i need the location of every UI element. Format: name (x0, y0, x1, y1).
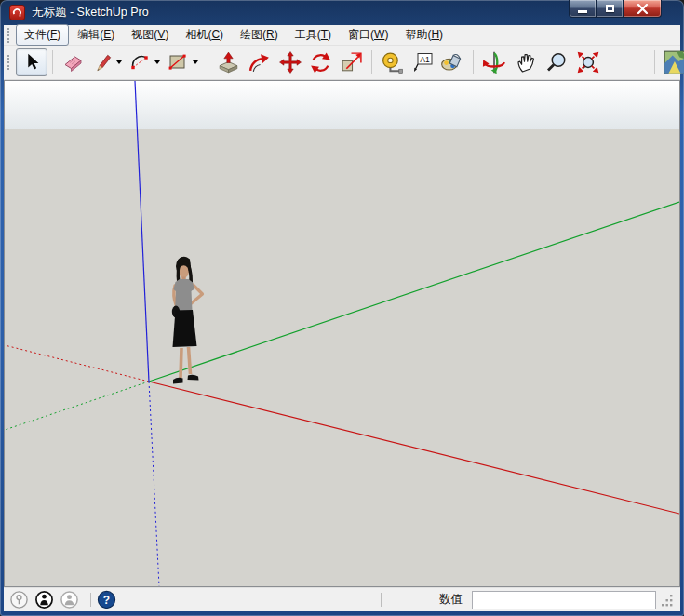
menu-item-help[interactable]: 帮助(H) (396, 24, 451, 46)
orbit-icon (481, 49, 507, 75)
push-pull-icon (216, 50, 241, 75)
close-icon (637, 4, 649, 14)
follow-me-icon (247, 50, 272, 75)
zoom-extents-tool-button[interactable] (571, 48, 605, 76)
paint-bucket-icon (439, 49, 465, 75)
measurements-area: 数值 (381, 591, 675, 609)
push-pull-tool-button[interactable] (213, 48, 244, 76)
maximize-icon (606, 5, 614, 12)
rotate-tool-button[interactable] (305, 48, 336, 76)
viewport-3d[interactable] (4, 80, 680, 587)
text-icon: A1 (410, 50, 435, 74)
pan-tool-button[interactable] (510, 48, 541, 76)
follow-me-tool-button[interactable] (244, 48, 275, 76)
arc-dropdown[interactable] (154, 60, 160, 64)
close-button[interactable] (624, 0, 662, 18)
measurements-input[interactable] (472, 591, 656, 609)
orbit-tool-button[interactable] (478, 48, 510, 76)
eraser-tool-button[interactable] (58, 48, 89, 76)
menu-item-draw[interactable]: 绘图(R) (232, 24, 287, 46)
window-title: 无标题 - SketchUp Pro (32, 5, 149, 20)
status-bar: ? 数值 (4, 587, 680, 611)
menu-item-window[interactable]: 窗口(W) (340, 24, 396, 46)
tape-measure-tool-button[interactable] (377, 48, 408, 76)
zoom-tool-button[interactable] (541, 48, 571, 76)
rectangle-dropdown[interactable] (193, 60, 198, 64)
zoom-extents-icon (575, 49, 601, 75)
pan-hand-icon (514, 50, 538, 74)
client-area: 文件(F) 编辑(E) 视图(V) 相机(C) 绘图(R) 工具(T) 窗口(W… (4, 25, 680, 611)
measurements-label: 数值 (439, 592, 463, 608)
menu-item-camera[interactable]: 相机(C) (177, 24, 232, 46)
arc-icon (127, 50, 152, 74)
scale-tool-button[interactable] (336, 48, 367, 76)
paint-bucket-tool-button[interactable] (436, 48, 468, 76)
select-tool-button[interactable] (16, 48, 47, 76)
text-tool-button[interactable]: A1 (408, 48, 436, 76)
title-bar[interactable]: 无标题 - SketchUp Pro (0, 0, 684, 25)
sketchup-logo-icon (9, 5, 25, 20)
menu-item-view[interactable]: 视图(V) (123, 24, 177, 46)
svg-text:A1: A1 (420, 55, 430, 64)
rectangle-icon (166, 50, 190, 74)
line-tool-button[interactable] (89, 48, 114, 76)
svg-text:?: ? (103, 594, 110, 607)
menu-item-edit[interactable]: 编辑(E) (69, 24, 123, 46)
zoom-icon (544, 50, 569, 74)
rectangle-tool-button[interactable] (165, 48, 191, 76)
tape-measure-icon (380, 50, 405, 75)
model-canvas (5, 81, 679, 586)
tool-bar: A1 (4, 46, 680, 80)
eraser-icon (61, 50, 86, 74)
attribution-button[interactable] (34, 590, 54, 609)
arc-tool-button[interactable] (127, 48, 153, 76)
menu-bar: 文件(F) 编辑(E) 视图(V) 相机(C) 绘图(R) 工具(T) 窗口(W… (4, 25, 680, 46)
menu-item-file[interactable]: 文件(F) (16, 24, 69, 46)
select-arrow-icon (20, 51, 43, 74)
menu-item-tools[interactable]: 工具(T) (287, 24, 340, 46)
scale-icon (339, 50, 364, 75)
menubar-gripper[interactable] (7, 28, 12, 43)
minimize-button[interactable] (569, 0, 597, 18)
minimize-icon (578, 10, 587, 13)
pencil-icon (90, 51, 114, 74)
maximize-button[interactable] (597, 0, 624, 18)
toolbar-gripper[interactable] (7, 55, 12, 70)
geolocation-button[interactable] (9, 590, 29, 609)
move-icon (278, 50, 302, 74)
window-controls (569, 0, 662, 18)
move-tool-button[interactable] (275, 48, 305, 76)
sketchup-window: 无标题 - SketchUp Pro 文件(F) 编辑(E) 视图(V) 相机(… (0, 0, 684, 616)
get-models-tool-button[interactable] (660, 48, 684, 76)
sign-in-button[interactable] (60, 590, 79, 609)
sky (5, 81, 679, 129)
ground (5, 129, 679, 586)
line-dropdown[interactable] (116, 60, 122, 64)
resize-grip[interactable] (660, 592, 675, 609)
help-button[interactable]: ? (97, 590, 116, 609)
get-models-icon (663, 49, 684, 75)
rotate-icon (308, 50, 333, 75)
